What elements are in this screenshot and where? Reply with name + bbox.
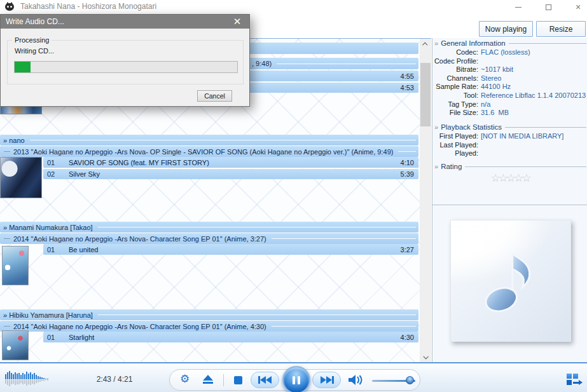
info-row: Played: bbox=[432, 149, 587, 158]
section-header: » Playback Statistics bbox=[432, 123, 587, 131]
chevrons-icon: » bbox=[434, 39, 438, 47]
maximize-button[interactable] bbox=[537, 0, 559, 14]
transport-bar: 2:43 / 4:21 ⚙ bbox=[0, 362, 587, 392]
playback-statistics-section: » Playback Statistics First Played:[NOT … bbox=[432, 123, 587, 158]
album-line-fragment: , 9:48) bbox=[252, 60, 272, 67]
track-row[interactable]: 01 SAVIOR OF SONG (feat. MY FIRST STORY)… bbox=[43, 157, 418, 168]
info-row: Codec Profile: bbox=[432, 57, 587, 66]
group-header-row[interactable]: » Hibiku Yamamura [Haruna] bbox=[0, 309, 418, 320]
minimize-button[interactable] bbox=[508, 0, 529, 14]
stop-button[interactable] bbox=[234, 376, 242, 384]
dialog-title: Write Audio CD... bbox=[6, 17, 64, 26]
cancel-button[interactable]: Cancel bbox=[197, 90, 232, 102]
album-art[interactable] bbox=[2, 330, 29, 360]
status-text: Writing CD... bbox=[15, 47, 54, 55]
layout-switch-button[interactable] bbox=[567, 374, 582, 386]
divider bbox=[223, 374, 224, 386]
track-time: 4:10 bbox=[401, 159, 414, 166]
group-header-row[interactable]: » Manami Numakura [Takao] bbox=[0, 222, 418, 233]
close-button[interactable]: × bbox=[567, 0, 587, 14]
info-row: Channels:Stereo bbox=[432, 74, 587, 83]
eject-button[interactable] bbox=[203, 375, 213, 385]
dialog-title-bar[interactable]: Write Audio CD... ✕ bbox=[1, 15, 249, 29]
info-row: Tool:Reference Libflac 1.1.4 20070213 bbox=[432, 91, 587, 100]
layout-square-icon bbox=[573, 374, 578, 379]
album-title: 2014 "Aoki Hagane no Arpeggio -Ars Nova-… bbox=[13, 323, 266, 330]
album-art-placeholder bbox=[450, 220, 571, 342]
window-title: Takahashi Nana - Hoshizora Monogatari bbox=[20, 2, 156, 11]
track-number: 01 bbox=[47, 334, 69, 341]
rating-section: » Rating ☆☆☆☆☆ bbox=[432, 163, 587, 185]
volume-button[interactable] bbox=[348, 374, 363, 389]
section-header: » General Information bbox=[432, 39, 587, 47]
minimize-icon bbox=[515, 7, 521, 8]
track-title: SAVIOR OF SONG (feat. MY FIRST STORY) bbox=[69, 159, 401, 166]
panel-divider bbox=[432, 205, 587, 205]
album-art[interactable] bbox=[0, 157, 42, 198]
progress-bar-fill bbox=[15, 62, 31, 72]
track-time: 5:39 bbox=[401, 170, 414, 178]
info-row: File Size:31.6 MB bbox=[432, 109, 587, 118]
album-title: 2014 "Aoki Hagane no Arpeggio -Ars Nova-… bbox=[13, 235, 266, 243]
track-row[interactable]: 01 Starlight 4:30 bbox=[43, 332, 418, 342]
track-title: Be united bbox=[69, 246, 401, 253]
maximize-icon bbox=[546, 4, 551, 10]
groupbox-label: Processing bbox=[12, 36, 52, 44]
track-time: 4:30 bbox=[401, 334, 414, 341]
now-playing-button[interactable]: Now playing bbox=[479, 21, 533, 37]
gear-icon[interactable]: ⚙ bbox=[180, 372, 190, 386]
track-row[interactable]: 02 Silver Sky 5:39 bbox=[43, 168, 418, 179]
info-row: Tag Type:n/a bbox=[432, 100, 587, 109]
layout-square-icon bbox=[567, 374, 572, 379]
scroll-up-button[interactable] bbox=[420, 39, 431, 50]
track-time: 4:53 bbox=[401, 84, 414, 91]
chevrons-icon: » bbox=[434, 123, 438, 131]
next-icon bbox=[320, 376, 334, 384]
volume-icon bbox=[348, 374, 363, 386]
scrollbar-thumb[interactable] bbox=[420, 63, 431, 126]
title-bar: Takahashi Nana - Hoshizora Monogatari × bbox=[0, 0, 587, 14]
info-panel: » General Information Codec:FLAC (lossle… bbox=[432, 38, 587, 362]
track-row[interactable]: 01 Be united 3:27 bbox=[43, 244, 418, 255]
close-icon: × bbox=[576, 4, 581, 10]
album-title: 2013 "Aoki Hagane no Arpeggio -Ars Nova-… bbox=[13, 148, 393, 156]
next-button[interactable] bbox=[312, 372, 341, 388]
time-display: 2:43 / 4:21 bbox=[89, 375, 140, 384]
resize-button[interactable]: Resize bbox=[536, 21, 586, 37]
previous-button[interactable] bbox=[251, 372, 279, 388]
track-number: 02 bbox=[47, 170, 69, 178]
info-row: Last Played: bbox=[432, 141, 587, 150]
album-row[interactable]: 2014 "Aoki Hagane no Arpeggio -Ars Nova-… bbox=[0, 233, 418, 244]
progress-bar bbox=[14, 61, 238, 73]
close-icon: ✕ bbox=[233, 16, 242, 27]
section-header: » Rating bbox=[432, 163, 587, 170]
info-row: Codec:FLAC (lossless) bbox=[432, 48, 587, 57]
playlist-scrollbar[interactable] bbox=[420, 39, 431, 362]
spectrum-visualization bbox=[5, 370, 53, 387]
album-art[interactable] bbox=[2, 246, 29, 285]
group-header-row[interactable]: » nano bbox=[0, 135, 418, 145]
previous-icon bbox=[258, 376, 272, 384]
track-time: 4:55 bbox=[401, 72, 414, 80]
rating-stars[interactable]: ☆☆☆☆☆ bbox=[432, 172, 587, 185]
dialog-close-button[interactable]: ✕ bbox=[229, 15, 245, 29]
chevron-up-icon bbox=[422, 42, 427, 47]
chevrons-icon: » bbox=[434, 163, 438, 170]
info-row: First Played:[NOT IN MEDIA LIBRARY] bbox=[432, 132, 587, 141]
album-row[interactable]: 2014 "Aoki Hagane no Arpeggio -Ars Nova-… bbox=[0, 320, 418, 332]
group-artist: » Hibiku Yamamura [Haruna] bbox=[3, 311, 93, 319]
album-row[interactable]: 2013 "Aoki Hagane no Arpeggio -Ars Nova-… bbox=[0, 145, 418, 157]
info-row: Sample Rate:44100 Hz bbox=[432, 83, 587, 91]
pause-icon bbox=[293, 376, 295, 384]
scroll-down-button[interactable] bbox=[420, 351, 431, 362]
track-number: 01 bbox=[47, 159, 69, 166]
track-time: 3:27 bbox=[401, 246, 414, 253]
music-note-icon bbox=[473, 243, 548, 318]
app-window: Takahashi Nana - Hoshizora Monogatari × … bbox=[0, 0, 587, 392]
chevron-down-icon bbox=[423, 354, 428, 359]
group-artist: » nano bbox=[3, 137, 25, 144]
group-artist: » Manami Numakura [Takao] bbox=[3, 224, 93, 231]
pause-button[interactable] bbox=[282, 366, 310, 392]
volume-slider-knob[interactable] bbox=[406, 376, 414, 384]
arrow-right-icon bbox=[573, 382, 579, 384]
